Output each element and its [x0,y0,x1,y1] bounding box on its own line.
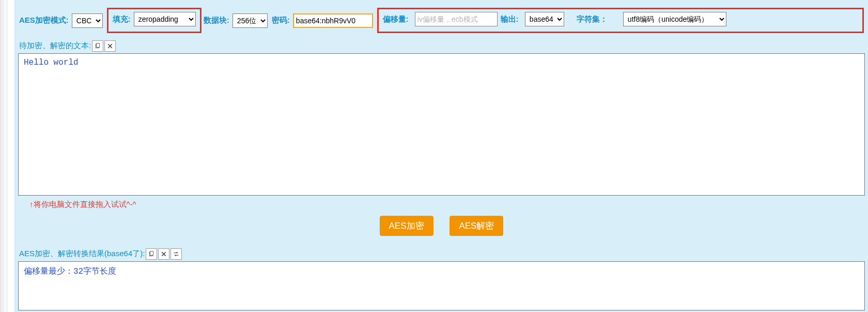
padding-highlight-box: 填充: zeropadding [107,8,202,33]
decrypt-button[interactable]: AES解密 [450,216,503,236]
mode-label: AES加密模式: [19,16,69,25]
swap-button[interactable] [171,248,182,260]
output-format-select[interactable]: base64 [525,12,564,26]
password-input[interactable] [293,13,373,28]
output-section-label: AES加密、解密转换结果(base64了): [17,247,145,260]
copy-input-button[interactable] [92,40,103,52]
encrypt-button[interactable]: AES加密 [380,216,433,236]
clear-output-button[interactable] [158,248,169,260]
output-label: 输出: [501,14,519,24]
close-icon [161,251,167,257]
close-icon [107,43,113,49]
padding-select[interactable]: zeropadding [134,12,196,26]
svg-rect-5 [150,251,153,255]
action-button-row: AES加密 AES解密 [15,210,868,247]
drag-file-hint: ↑将你电脑文件直接拖入试试^-^ [15,196,868,210]
copy-icon [95,43,101,49]
block-label: 数据块: [204,16,229,25]
plaintext-textarea[interactable] [18,53,865,196]
clear-input-button[interactable] [104,40,116,52]
left-window-edge [0,0,7,312]
output-section-header: AES加密、解密转换结果(base64了): [15,247,868,260]
input-section-label: 待加密、解密的文本: [17,39,91,52]
copy-icon [148,251,154,257]
iv-output-charset-highlight-box: 偏移量: 输出: base64 字符集： utf8编码（unicode编码） [377,8,864,33]
options-bar: AES加密模式: CBC 填充: zeropadding 数据块: 256位 密… [15,0,868,39]
input-section-header: 待加密、解密的文本: [15,39,868,52]
iv-label: 偏移量: [383,14,409,24]
charset-select[interactable]: utf8编码（unicode编码） [623,12,726,26]
padding-label: 填充: [113,14,131,24]
copy-output-button[interactable] [146,248,157,260]
block-size-select[interactable]: 256位 [233,13,268,28]
password-label: 密码: [272,16,290,25]
iv-input[interactable] [415,12,498,26]
charset-label: 字符集： [577,14,608,24]
svg-rect-1 [97,43,100,47]
aes-tool-panel: AES加密模式: CBC 填充: zeropadding 数据块: 256位 密… [14,0,868,312]
swap-icon [173,251,179,257]
result-textarea[interactable] [18,261,865,310]
mode-select[interactable]: CBC [72,13,103,28]
